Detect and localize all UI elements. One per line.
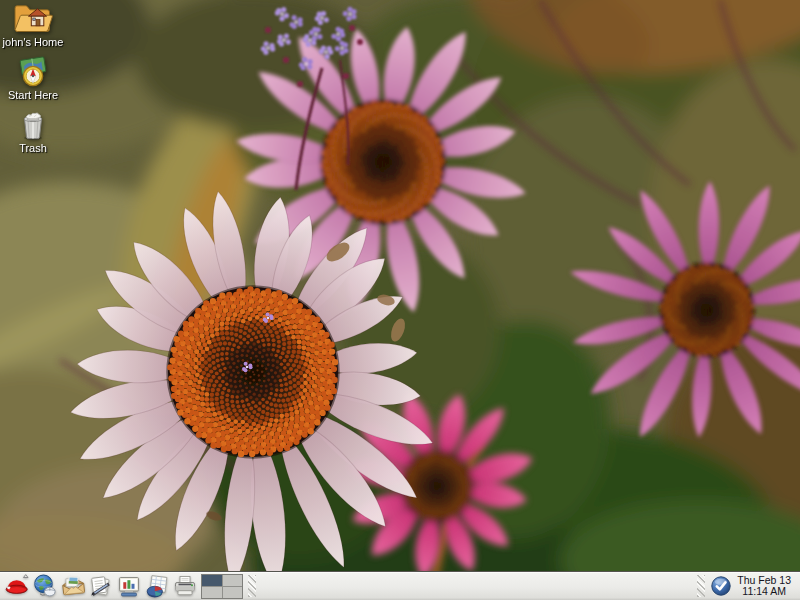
printer-icon <box>172 573 198 599</box>
web-browser-icon <box>32 573 58 599</box>
wallpaper-image <box>0 0 800 600</box>
workspace-2[interactable] <box>223 575 243 586</box>
printer-launcher[interactable] <box>171 573 199 600</box>
desktop-icon-trash[interactable]: Trash <box>0 108 66 154</box>
update-alert-button[interactable] <box>708 574 733 599</box>
workspace-4[interactable] <box>223 587 243 598</box>
desktop-icon-label: Start Here <box>8 89 58 101</box>
bottom-panel: Thu Feb 13 11:14 AM <box>0 571 800 600</box>
home-folder-icon <box>12 2 54 35</box>
workspace-switcher <box>201 574 243 599</box>
desktop-icon-list: john's Home Start Here <box>0 2 66 154</box>
word-processor-icon <box>88 573 114 599</box>
spreadsheet-launcher[interactable] <box>143 573 171 600</box>
email-launcher[interactable] <box>59 573 87 600</box>
trash-icon <box>15 108 51 141</box>
desktop-icon-start-here[interactable]: Start Here <box>0 55 66 101</box>
desktop-icon-label: john's Home <box>3 36 64 48</box>
start-here-icon <box>14 55 52 88</box>
presentation-launcher[interactable] <box>115 573 143 600</box>
web-browser-launcher[interactable] <box>31 573 59 600</box>
red-hat-menu-icon <box>4 573 30 599</box>
word-processor-launcher[interactable] <box>87 573 115 600</box>
desktop-icon-home[interactable]: john's Home <box>0 2 66 48</box>
desktop-root: { "desktop": { "icons": [ {"id": "home",… <box>0 0 800 600</box>
clock-applet[interactable]: Thu Feb 13 11:14 AM <box>733 575 797 597</box>
workspace-3[interactable] <box>202 587 222 598</box>
panel-handle-left[interactable] <box>248 575 256 597</box>
clock-time: 11:14 AM <box>737 586 791 597</box>
main-menu-button[interactable] <box>3 573 31 600</box>
email-icon <box>60 573 87 599</box>
presentation-icon <box>116 573 142 599</box>
desktop-icon-label: Trash <box>19 142 47 154</box>
spreadsheet-icon <box>144 573 170 599</box>
workspace-1[interactable] <box>202 575 222 586</box>
panel-handle-right[interactable] <box>697 575 705 597</box>
update-check-icon <box>710 575 732 597</box>
